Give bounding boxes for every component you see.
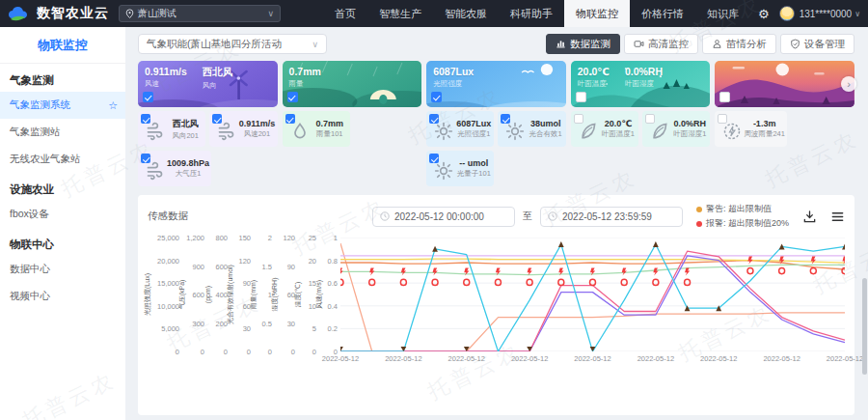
sensor-chip[interactable]: -1.3m周波雨量241 (715, 111, 787, 147)
chip-group: -1.3m周波雨量241 (715, 111, 854, 190)
chart-plot-area[interactable] (340, 238, 845, 351)
wind-icon (146, 122, 165, 141)
gear-icon[interactable]: ⚙ (750, 7, 777, 21)
card-checkbox[interactable] (287, 92, 298, 102)
sensor-chip[interactable]: 38umol光合有效1 (498, 111, 565, 147)
chip-checkbox[interactable] (429, 154, 439, 163)
sensor-card-2[interactable]: 0.7mm雨量 (283, 61, 422, 107)
x-axis-tick: 2022-05-12 (322, 354, 359, 363)
x-axis-tick: 2022-05-12 (700, 354, 737, 363)
y-axis-tick: 10,000 (157, 301, 179, 310)
chip-text: 6087Lux光照强度1 (455, 119, 492, 139)
chip-checkbox[interactable] (501, 114, 510, 124)
chip-checkbox[interactable] (718, 114, 727, 124)
list-view-icon[interactable] (830, 210, 845, 224)
y-axis-tick: 20,000 (157, 256, 179, 265)
toolbar-button-label: 数据监测 (570, 38, 610, 51)
sensor-card-5[interactable] (715, 61, 854, 107)
sidebar-title: 物联监控 (0, 27, 125, 64)
chip-text: 38umol光合有效1 (527, 119, 563, 139)
top-navbar: 数智农业云 萧山测试 ∨ 首页智慧生产智能农服科研助手物联监控价格行情知识库 ⚙… (0, 0, 868, 27)
location-value: 萧山测试 (138, 7, 176, 20)
toolbar-button-device-manage[interactable]: 设备管理 (780, 34, 854, 54)
y-axis-tick: 900 (192, 262, 204, 270)
y-axis-name: 雨量(mm) (249, 280, 258, 309)
chip-row: 20.0℃叶面温度10.0%RH叶面湿度1 (571, 111, 711, 147)
chip-checkbox[interactable] (285, 114, 295, 124)
chip-checkbox[interactable] (574, 114, 583, 124)
chip-value: 西北风 (167, 118, 203, 130)
sensor-card-4[interactable]: 20.0℃叶面温度0.0%RH叶面湿度 (571, 61, 711, 107)
sidebar-item-video-center[interactable]: 视频中心 (0, 283, 125, 310)
download-icon[interactable] (802, 210, 817, 224)
nav-item-home[interactable]: 首页 (323, 0, 367, 27)
user-menu[interactable]: 131****0000∨ (800, 9, 860, 19)
sensor-chip[interactable]: 20.0℃叶面温度1 (571, 111, 638, 147)
chip-checkbox[interactable] (645, 114, 655, 124)
nav-item-research-assistant[interactable]: 科研助手 (499, 0, 564, 27)
sensor-chip[interactable]: 西北风风向201 (138, 111, 205, 147)
sensor-card-1[interactable]: 0.911m/s风速西北风风向 (138, 61, 278, 107)
sensor-chip[interactable]: 1009.8hPa大气压1 (138, 151, 211, 186)
nav-item-iot-monitoring[interactable]: 物联监控 (564, 0, 630, 27)
chip-checkbox[interactable] (429, 114, 439, 124)
toolbar-button-seedling-analysis[interactable]: 苗情分析 (702, 34, 776, 54)
card-checkbox[interactable] (431, 92, 442, 102)
sidebar-item-fbox-device[interactable]: fbox设备 (0, 201, 125, 228)
device-select[interactable]: 气象职能(萧山基地四分所活动 ∨ (138, 34, 327, 54)
sidebar-item-weather-monitor-station[interactable]: 气象监测站 (0, 119, 125, 146)
chip-value: -1.3m (744, 119, 785, 128)
sensor-chip[interactable]: 0.0%RH叶面湿度1 (642, 111, 710, 147)
y-axis-name: 光合有效辐射(umol) (226, 265, 235, 324)
date-from-input[interactable]: 2022-05-12 00:00:00 (372, 207, 515, 227)
card-value-block: 0.911m/s风速 (145, 66, 187, 91)
toolbar-button-hd-monitor[interactable]: 高清监控 (624, 34, 698, 54)
nav-item-smart-agri-service[interactable]: 智能农服 (433, 0, 499, 27)
card-checkbox[interactable] (576, 92, 586, 102)
chip-value: -- umol (455, 158, 492, 168)
x-axis-tick: 2022-05-12 (385, 354, 421, 363)
chip-text: 西北风风向201 (167, 118, 203, 141)
sidebar-item-wireless-agri-weather-station[interactable]: 无线农业气象站 (0, 146, 125, 173)
chip-checkbox[interactable] (212, 114, 222, 124)
avatar[interactable] (779, 6, 795, 21)
sidebar-item-data-center[interactable]: 数据中心 (0, 256, 125, 283)
sensor-chip[interactable]: -- umol光量子101 (426, 151, 494, 186)
chip-value: 0.0%RH (671, 119, 708, 128)
y-axis-name: 风速(m/s) (314, 280, 324, 309)
date-to-input[interactable]: 2022-05-12 23:59:59 (540, 207, 683, 227)
chip-checkbox[interactable] (141, 154, 150, 163)
cards-next-button[interactable]: › (841, 76, 856, 92)
card-checkbox[interactable] (143, 92, 153, 102)
y-axis-tick: 0.8 (328, 256, 338, 265)
bolt-circle-icon (722, 122, 742, 141)
nav-item-price-market[interactable]: 价格行情 (630, 0, 695, 27)
sidebar-group-header: 气象监测 (0, 64, 125, 92)
x-axis-tick: 2022-05-12 (763, 354, 800, 363)
location-select[interactable]: 萧山测试 ∨ (119, 5, 281, 22)
chart: 光照强度(Lux)25,00020,00015,00010,0005,0000气… (148, 238, 845, 413)
chip-group: 20.0℃叶面温度10.0%RH叶面湿度1 (571, 111, 711, 190)
chip-checkbox[interactable] (141, 114, 150, 124)
card-value-block: 0.0%RH叶面湿度 (625, 66, 663, 89)
user-phone: 131****0000 (800, 9, 853, 19)
sensor-chip[interactable]: 0.911m/s风速201 (209, 111, 277, 147)
x-axis-tick: 2022-05-12 (448, 354, 485, 363)
x-axis-tick: 2022-05-12 (574, 354, 610, 363)
y-axis-tick: 0 (176, 348, 179, 356)
sidebar-item-label: fbox设备 (10, 208, 49, 221)
card-values: 0.7mm雨量 (289, 66, 321, 89)
sidebar-item-weather-monitor-system[interactable]: 气象监测系统☆ (0, 92, 125, 119)
y-axis-tick: 0 (247, 348, 251, 356)
scrollbar-thumb[interactable] (862, 278, 867, 375)
nav-item-knowledge-base[interactable]: 知识库 (695, 0, 750, 27)
star-icon[interactable]: ☆ (108, 99, 118, 112)
chip-group: 6087Lux光照强度138umol光合有效1-- umol光量子101 (426, 111, 566, 190)
card-checkbox[interactable] (719, 92, 730, 102)
toolbar-button-data-monitor[interactable]: 数据监测 (546, 34, 620, 54)
card-value: 0.0%RH (625, 66, 663, 77)
sensor-card-3[interactable]: 6087Lux光照强度 (426, 61, 566, 107)
sensor-chip[interactable]: 6087Lux光照强度1 (426, 111, 494, 147)
sensor-chip[interactable]: 0.7mm雨量101 (283, 111, 350, 147)
nav-item-smart-production[interactable]: 智慧生产 (367, 0, 433, 27)
